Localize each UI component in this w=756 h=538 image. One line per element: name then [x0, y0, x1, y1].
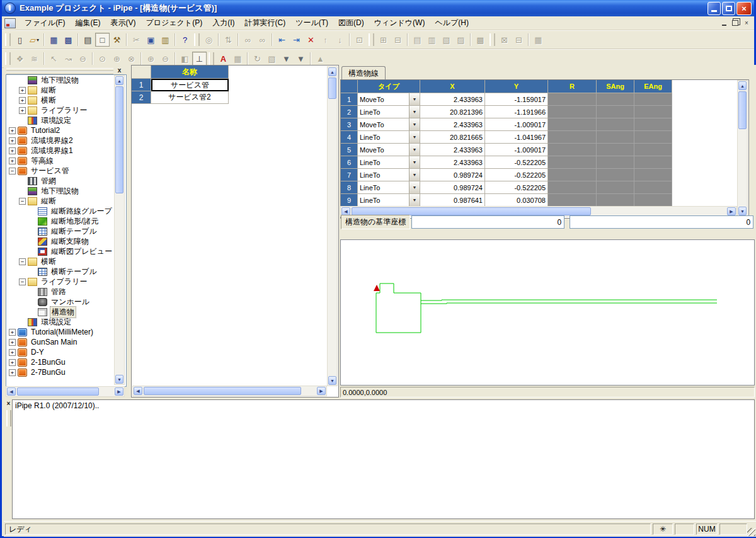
tree-item[interactable]: 管路 — [6, 287, 126, 297]
grid-3d-button[interactable]: ▦ — [531, 33, 546, 47]
scroll-down-icon[interactable]: ▼ — [115, 375, 123, 384]
scroll-up-icon[interactable]: ▲ — [115, 76, 123, 85]
window-table-button[interactable]: ⊞ — [376, 33, 391, 47]
zoom-dynamic-button[interactable]: ⊗ — [124, 52, 139, 66]
structure-drawing-area[interactable] — [340, 239, 755, 386]
open-folder-button[interactable]: ▱▾ — [27, 33, 42, 47]
row-number[interactable]: 9 — [341, 194, 358, 207]
type-combo[interactable]: LineTo▼ — [358, 194, 420, 207]
build-hammer-button[interactable]: ⚒ — [110, 33, 124, 47]
move-down-button[interactable]: ↓ — [333, 33, 347, 47]
scroll-up-icon[interactable]: ▲ — [738, 81, 747, 90]
window-frame-button[interactable]: □ — [95, 33, 110, 47]
row-number[interactable]: 7 — [341, 169, 358, 181]
fill-style-button[interactable]: ◧ — [178, 52, 192, 66]
collapse-icon[interactable]: − — [19, 198, 26, 205]
list-vscrollbar[interactable]: ▲ ▼ — [327, 66, 338, 386]
collapse-icon[interactable]: − — [9, 168, 16, 175]
name-cell[interactable]: サービス管 — [151, 79, 229, 91]
output-grip[interactable] — [6, 410, 11, 426]
minimize-button[interactable] — [707, 2, 721, 15]
tree-item[interactable]: 縦断地形/諸元 — [6, 216, 126, 226]
zoom-window-button[interactable]: ⊙ — [95, 52, 110, 66]
tree-item[interactable]: +流域境界線2 — [6, 135, 126, 146]
row-number[interactable]: 6 — [341, 156, 358, 169]
y-cell[interactable]: -1.009017 — [485, 144, 548, 156]
row-number[interactable]: 2 — [132, 91, 151, 104]
tree-item[interactable]: 構造物 — [6, 307, 126, 317]
menu-item-3[interactable]: プロジェクト(P) — [140, 16, 207, 30]
menu-item-7[interactable]: 図面(D) — [333, 16, 369, 30]
zoom-in-button[interactable]: ⊕ — [144, 52, 158, 66]
delete-row-button[interactable]: ✕ — [304, 33, 318, 47]
scroll-right-icon[interactable]: ▶ — [115, 387, 123, 396]
combo-dropdown-icon[interactable]: ▼ — [409, 169, 420, 181]
tree-item[interactable]: −縦断 — [6, 196, 126, 206]
combo-dropdown-icon[interactable]: ▼ — [409, 194, 420, 206]
y-cell[interactable]: -1.009017 — [485, 118, 548, 131]
find-next-button[interactable]: ∞ — [255, 33, 270, 47]
x-cell[interactable]: 0.987641 — [420, 194, 485, 207]
combo-dropdown-icon[interactable]: ▼ — [409, 106, 420, 118]
y-cell[interactable]: -1.041967 — [485, 131, 548, 144]
tree-item[interactable]: +ライブラリー — [6, 105, 126, 115]
x-cell[interactable]: 2.433963 — [420, 156, 485, 169]
expand-icon[interactable]: + — [9, 339, 16, 346]
output-close-icon[interactable]: × — [5, 400, 12, 407]
tree-close-icon[interactable]: x — [115, 66, 123, 74]
menu-item-0[interactable]: ファイル(F) — [20, 16, 70, 30]
output-log[interactable]: iPipe R1.0 (2007/12/10).. — [12, 399, 755, 519]
menu-item-1[interactable]: 編集(E) — [70, 16, 105, 30]
collapse-icon[interactable]: − — [19, 278, 26, 285]
mdi-close-button[interactable]: × — [742, 19, 752, 28]
paste-button[interactable]: ▥ — [158, 33, 173, 47]
annotation-style-button[interactable]: A — [216, 52, 231, 66]
tree-item[interactable]: +等高線 — [6, 156, 126, 166]
tree-item[interactable]: +流域境界線1 — [6, 146, 126, 156]
y-cell[interactable]: -0.522205 — [485, 181, 548, 194]
print-copy-button[interactable]: ⊡ — [352, 33, 367, 47]
menu-item-8[interactable]: ウィンドウ(W) — [369, 16, 430, 30]
expand-icon[interactable]: + — [9, 137, 16, 144]
mdi-restore-button[interactable] — [730, 19, 740, 28]
scroll-thumb[interactable] — [738, 91, 747, 129]
combo-dropdown-icon[interactable]: ▼ — [409, 118, 420, 130]
expand-icon[interactable]: + — [9, 157, 16, 164]
tree-vscrollbar[interactable]: ▲ ▼ — [114, 75, 125, 385]
new-document-button[interactable]: ▯ — [13, 33, 27, 47]
scroll-thumb[interactable] — [115, 86, 123, 193]
cone-view-button[interactable]: ▲ — [313, 52, 328, 66]
x-cell[interactable]: 20.821396 — [420, 106, 485, 118]
tree-item[interactable]: 地下理設物 — [6, 75, 126, 85]
tree-item[interactable]: 環境設定 — [6, 317, 126, 327]
menu-item-5[interactable]: 計算実行(C) — [239, 16, 290, 30]
combo-dropdown-icon[interactable]: ▼ — [409, 131, 420, 143]
expand-icon[interactable]: + — [19, 107, 26, 114]
menu-item-4[interactable]: 入力(I) — [207, 16, 239, 30]
combo-dropdown-icon[interactable]: ▼ — [409, 181, 420, 193]
tree-item[interactable]: −サービス管 — [6, 166, 126, 176]
row-number[interactable]: 4 — [341, 131, 358, 144]
row-number[interactable]: 1 — [132, 79, 151, 91]
save-button[interactable]: ▦ — [47, 33, 61, 47]
type-combo[interactable]: LineTo▼ — [358, 131, 420, 144]
expand-icon[interactable]: + — [19, 97, 26, 104]
tree-item[interactable]: +2-1BunGu — [6, 357, 126, 367]
zoom-extent-button[interactable]: ⊕ — [110, 52, 124, 66]
y-cell[interactable]: -1.159017 — [485, 93, 548, 106]
table-vscrollbar[interactable]: ▲ ▼ — [737, 80, 748, 217]
chart-frame-button[interactable]: ⊟ — [512, 33, 526, 47]
image-view-button[interactable]: ▧ — [265, 52, 279, 66]
window-graph-button[interactable]: ⊟ — [391, 33, 405, 47]
tree-item[interactable]: 縦断路線グループ — [6, 206, 126, 216]
rotate-view-button[interactable]: ↻ — [250, 52, 265, 66]
chart-line-button[interactable]: ⊠ — [497, 33, 512, 47]
collapse-icon[interactable]: − — [19, 258, 26, 265]
row-number[interactable]: 8 — [341, 181, 358, 194]
scroll-left-icon[interactable]: ◀ — [7, 387, 16, 396]
scroll-left-icon[interactable]: ◀ — [134, 387, 142, 395]
copy-button[interactable]: ▣ — [144, 33, 158, 47]
tree-item[interactable]: 縦断テーブル — [6, 226, 126, 236]
name-cell[interactable]: サービス管2 — [151, 91, 229, 104]
help-button[interactable]: ? — [178, 33, 192, 47]
